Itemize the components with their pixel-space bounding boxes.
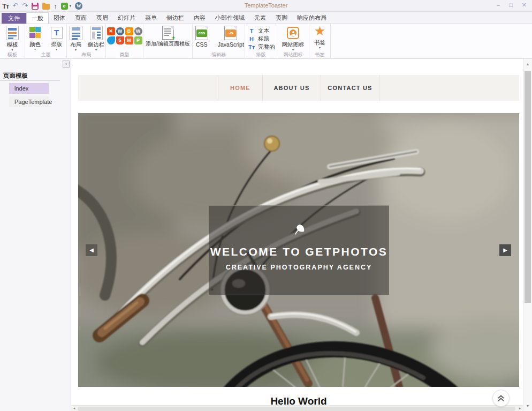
title-bar: Tт ↶ ↷ ↑ e ▾ W TemplateToaster – □ ✕: [0, 0, 532, 12]
layout-button[interactable]: 布局 ▾: [67, 26, 85, 51]
typography-button[interactable]: T 排版 ▾: [47, 26, 66, 51]
layout-icon: [70, 26, 82, 40]
ribbon-group-page-template: + 添加/编辑页面模板: [143, 24, 193, 59]
page-templates-panel: ‹ 页面模板 index PageTemplate: [0, 59, 71, 411]
ribbon: 模板 ▾ 模板 颜色 ▾ T 排版 ▾: [0, 24, 532, 59]
tab-global[interactable]: 团体: [49, 12, 70, 24]
vertical-scroll-thumb[interactable]: [525, 71, 531, 303]
window-title: TemplateToaster: [0, 2, 532, 9]
horizontal-scrollbar[interactable]: ◂ ▸: [71, 405, 523, 411]
add-edit-page-template-button[interactable]: + 添加/编辑页面模板: [143, 26, 192, 47]
dropdown-caret-icon: ▾: [56, 48, 57, 51]
design-preview: HOME ABOUT US CONTACT US: [71, 59, 523, 411]
minimize-button[interactable]: –: [497, 2, 500, 9]
joomla-icon[interactable]: ✕: [107, 27, 115, 35]
javascript-editor-button[interactable]: Js JavaScript: [217, 26, 245, 48]
sidebar-layout-icon: [90, 26, 103, 40]
panel-heading: 页面模板: [3, 72, 28, 80]
collapse-panel-button[interactable]: ‹: [63, 61, 70, 68]
menu-item-home[interactable]: HOME: [218, 75, 262, 101]
css-editor-button[interactable]: css CSS: [193, 26, 211, 48]
vertical-scrollbar[interactable]: ▴ ▾: [523, 59, 532, 411]
horizontal-scroll-thumb[interactable]: [78, 407, 515, 411]
ribbon-group-type: ✕ W B W 5 M P 类型: [106, 24, 143, 59]
scroll-right-icon[interactable]: ▸: [517, 406, 523, 411]
typography-complete-button[interactable]: Tт 完整的: [247, 44, 275, 51]
favicon-icon: [287, 27, 299, 39]
css-file-icon: css: [195, 26, 208, 40]
double-chevron-up-icon: [497, 395, 505, 402]
text-icon: T: [247, 28, 256, 34]
html5-icon[interactable]: 5: [116, 36, 124, 44]
tab-slideshow[interactable]: 幻灯片: [113, 12, 140, 24]
ribbon-group-theme: 颜色 ▾ T 排版 ▾ 主题: [25, 24, 67, 59]
dropdown-caret-icon: ▾: [95, 48, 97, 51]
tab-general[interactable]: 一般: [26, 12, 49, 24]
tab-footer[interactable]: 页脚: [271, 12, 292, 24]
tab-widget-area[interactable]: 小部件领域: [210, 12, 249, 24]
slider-next-button[interactable]: ▶: [499, 244, 511, 256]
tab-menu[interactable]: 菜单: [140, 12, 162, 24]
magento-icon[interactable]: M: [125, 36, 133, 44]
complete-typography-icon: Tт: [247, 44, 256, 50]
tab-sidebar[interactable]: 侧边栏: [162, 12, 189, 24]
ribbon-group-bookmark: ★ 书签 ▾ 书签: [309, 24, 331, 59]
scroll-to-top-button[interactable]: [492, 390, 510, 407]
add-page-template-icon: +: [162, 26, 174, 40]
slider-prev-button[interactable]: ◀: [86, 244, 97, 256]
ribbon-group-layout: 布局 ▾ 侧边栏 ▾ 布局: [67, 24, 106, 59]
scroll-up-icon[interactable]: ▴: [523, 60, 532, 68]
ribbon-group-typography: T 文本 H 标题 Tт 完整的 排版: [245, 24, 277, 59]
ribbon-group-template: 模板 ▾ 模板: [0, 24, 25, 59]
panel-divider: [0, 80, 60, 80]
hero-title: WELCOME TO GETPHOTOS: [209, 245, 389, 258]
heading-icon: H: [247, 36, 256, 42]
hero-subtitle: CREATIVE PHOTOGRAPHY AGENCY: [209, 264, 389, 271]
site-menu-bar: HOME ABOUT US CONTACT US: [78, 75, 519, 101]
typography-heading-button[interactable]: H 标题: [247, 36, 269, 43]
leaf-icon: [293, 224, 305, 235]
close-button[interactable]: ✕: [522, 2, 527, 9]
favicon-button[interactable]: 网站图标 ▾: [277, 26, 309, 51]
page-template-item-pagetemplate[interactable]: PageTemplate: [9, 96, 49, 107]
dropdown-caret-icon: ▾: [34, 48, 36, 51]
tab-content[interactable]: 内容: [189, 12, 210, 24]
blogger-icon[interactable]: B: [125, 27, 133, 35]
page-template-item-index[interactable]: index: [9, 83, 49, 94]
bookmark-star-icon: ★: [314, 24, 326, 38]
templatetoaster-window: Tт ↶ ↷ ↑ e ▾ W TemplateToaster – □ ✕ ? 文…: [0, 0, 532, 411]
wordpress-gray-icon[interactable]: W: [134, 27, 142, 35]
window-controls: – □ ✕: [497, 2, 527, 9]
tab-file[interactable]: 文件: [2, 13, 26, 24]
dropdown-caret-icon: ▾: [292, 48, 294, 51]
scroll-down-icon[interactable]: ▾: [523, 402, 532, 410]
hero-caption-box: WELCOME TO GETPHOTOS CREATIVE PHOTOGRAPH…: [209, 205, 389, 295]
typography-text-button[interactable]: T 文本: [247, 28, 269, 35]
sidebar-layout-button[interactable]: 侧边栏 ▾: [87, 26, 105, 51]
javascript-file-icon: Js: [224, 26, 237, 40]
template-icon: [6, 26, 19, 40]
dropdown-caret-icon: ▾: [11, 48, 13, 51]
ribbon-group-favicon: 网站图标 ▾ 网站图标: [277, 24, 309, 59]
cms-type-grid: ✕ W B W 5 M P: [107, 27, 142, 44]
colors-icon: [29, 27, 41, 39]
tab-header[interactable]: 页眉: [92, 12, 113, 24]
wordpress-type-icon[interactable]: W: [116, 27, 124, 35]
tab-page[interactable]: 页面: [70, 12, 92, 24]
bookmark-button[interactable]: ★ 书签 ▾: [309, 24, 330, 49]
ribbon-group-editor: css CSS Js JavaScript 编辑器: [193, 24, 245, 59]
typography-icon: T: [51, 27, 63, 39]
drupal-icon[interactable]: [107, 36, 115, 44]
tab-responsive-layout[interactable]: 响应的布局: [292, 12, 331, 24]
scroll-left-icon[interactable]: ◂: [71, 406, 77, 411]
tab-elements[interactable]: 元素: [249, 12, 271, 24]
dropdown-caret-icon: ▾: [75, 48, 77, 51]
prestashop-icon[interactable]: P: [134, 36, 142, 44]
menu-item-about-us[interactable]: ABOUT US: [262, 75, 321, 101]
dropdown-caret-icon: ▾: [319, 46, 321, 49]
maximize-button[interactable]: □: [509, 2, 513, 9]
colors-button[interactable]: 颜色 ▾: [26, 26, 45, 51]
ribbon-tab-bar: 文件 一般 团体 页面 页眉 幻灯片 菜单 侧边栏 内容 小部件领域 元素 页脚…: [0, 12, 532, 24]
template-button[interactable]: 模板 ▾: [0, 26, 25, 51]
menu-item-contact-us[interactable]: CONTACT US: [321, 75, 379, 101]
